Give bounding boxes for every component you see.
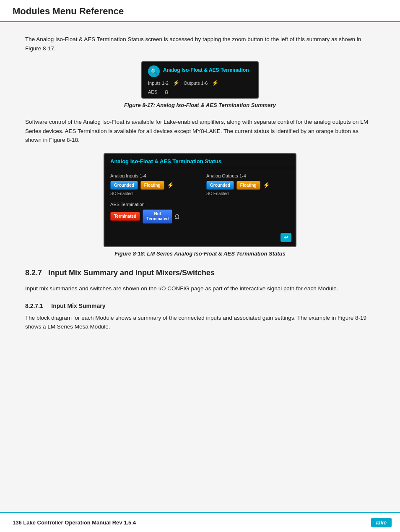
footer-logo: lake (371, 518, 392, 527)
intro-paragraph-1: The Analog Iso-Float & AES Termination S… (25, 35, 375, 53)
analog-outputs-btn-row: Grounded Floating ⚡ (206, 181, 290, 190)
aes-section-label: AES Termination (110, 202, 290, 207)
inputs-status-icon: ⚡ (167, 182, 174, 188)
page-header: Modules Menu Reference (0, 0, 400, 22)
floating-btn-1[interactable]: Floating (140, 181, 164, 190)
figure-8-18-container: Analog Iso-Float & AES Termination Statu… (25, 153, 375, 257)
fig18-columns: Analog Inputs 1-4 Grounded Floating ⚡ SC… (110, 173, 290, 196)
not-terminated-line1: Not (154, 211, 161, 216)
fig17-omega-label: Ω (165, 89, 168, 94)
grounded-btn-1[interactable]: Grounded (110, 181, 138, 190)
analog-outputs-col: Analog Outputs 1-4 Grounded Floating ⚡ S… (206, 173, 290, 196)
sc-enabled-2: SC Enabled (206, 191, 290, 196)
section-827-heading: 8.2.7 Input Mix Summary and Input Mixers… (25, 269, 375, 279)
fig17-caption: Figure 8-17: Analog Iso-Float & AES Term… (124, 102, 276, 108)
omega-icon: Ω (175, 213, 179, 220)
page-title: Modules Menu Reference (13, 6, 124, 16)
back-button[interactable]: ↩ (281, 233, 291, 242)
fig17-row1: Inputs 1-2 ⚡ Outputs 1-6 ⚡ (148, 80, 252, 86)
sc-enabled-1: SC Enabled (110, 191, 194, 196)
intro-paragraph-2: Software control of the Analog Iso-Float… (25, 117, 375, 145)
fig17-inputs-label: Inputs 1-2 (148, 81, 169, 86)
figure-8-17-container: 🔍 Analog Iso-Float & AES Termination Inp… (25, 61, 375, 108)
section-827-text: Input mix summaries and switches are sho… (25, 284, 375, 293)
fig17-outputs-label: Outputs 1-6 (184, 81, 208, 86)
floating-btn-2[interactable]: Floating (236, 181, 260, 190)
analog-inputs-label: Analog Inputs 1-4 (110, 173, 194, 178)
figure-8-17-image: 🔍 Analog Iso-Float & AES Termination Inp… (141, 61, 259, 99)
fig17-title: Analog Iso-Float & AES Termination (163, 67, 249, 73)
section-827-title: Input Mix Summary and Input Mixers/Switc… (48, 269, 215, 277)
analog-outputs-label: Analog Outputs 1-4 (206, 173, 290, 178)
page-footer: 136 Lake Controller Operation Manual Rev… (0, 512, 400, 532)
fig17-bottom-row: AES Ω (148, 89, 168, 94)
figure-8-18-image: Analog Iso-Float & AES Termination Statu… (104, 153, 296, 247)
grounded-btn-2[interactable]: Grounded (206, 181, 234, 190)
outputs-status-icon: ⚡ (263, 182, 270, 188)
terminated-btn[interactable]: Terminated (110, 212, 140, 221)
subsection-8271-heading: 8.2.7.1 Input Mix Summary (25, 303, 375, 309)
not-terminated-btn[interactable]: Not Terminated (143, 209, 172, 224)
subsection-8271-num: 8.2.7.1 (25, 303, 43, 309)
page-content: The Analog Iso-Float & AES Termination S… (0, 22, 400, 373)
analog-inputs-col: Analog Inputs 1-4 Grounded Floating ⚡ SC… (110, 173, 194, 196)
subsection-8271-text: The block diagram for each Module shows … (25, 313, 375, 331)
footer-page-info: 136 Lake Controller Operation Manual Rev… (13, 519, 136, 526)
fig17-inputs-icon: ⚡ (173, 80, 179, 86)
section-827-num: 8.2.7 (25, 269, 42, 277)
fig18-title: Analog Iso-Float & AES Termination Statu… (104, 154, 296, 168)
subsection-8271-title: Input Mix Summary (51, 303, 105, 309)
fig18-caption: Figure 8-18: LM Series Analog Iso-Float … (114, 250, 285, 257)
aes-btn-row: Terminated Not Terminated Ω (110, 209, 290, 224)
analog-inputs-btn-row: Grounded Floating ⚡ (110, 181, 194, 190)
fig17-aes-label: AES (148, 89, 157, 94)
not-terminated-line2: Terminated (146, 216, 169, 221)
fig18-footer: ↩ (104, 230, 296, 242)
fig17-outputs-icon: ⚡ (212, 80, 218, 86)
fig18-body: Analog Inputs 1-4 Grounded Floating ⚡ SC… (104, 168, 296, 230)
zoom-icon: 🔍 (148, 65, 160, 77)
